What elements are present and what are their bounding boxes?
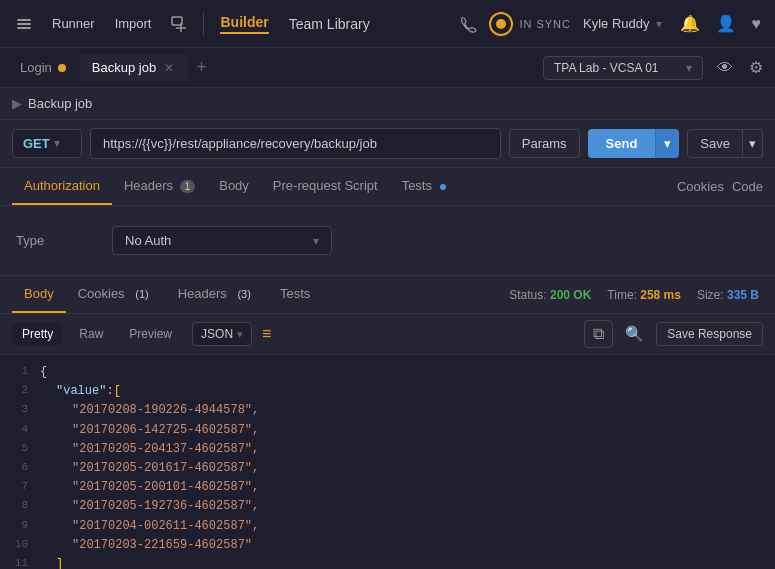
json-str-1: "20170208-190226-4944578", <box>72 401 259 420</box>
json-str-4: "20170205-201617-4602587", <box>72 459 259 478</box>
env-selected-label: TPA Lab - VCSA 01 <box>554 61 659 75</box>
tab-headers[interactable]: Headers 1 <box>112 168 207 205</box>
tab-tests-label: Tests <box>402 178 432 193</box>
format-value: JSON <box>201 327 233 341</box>
line-num-6: 6 <box>8 459 40 478</box>
user-menu[interactable]: Kyle Ruddy ▾ <box>575 12 669 35</box>
tab-login[interactable]: Login <box>8 54 78 81</box>
json-str-8: "20170203-221659-4602587" <box>72 536 252 555</box>
json-line-9: 9 "20170204-002611-4602587", <box>0 517 775 536</box>
json-line-3: 3 "20170208-190226-4944578", <box>0 401 775 420</box>
line-num-9: 9 <box>8 517 40 536</box>
tab-authorization[interactable]: Authorization <box>12 168 112 205</box>
sidebar-toggle-button[interactable] <box>8 10 40 38</box>
cookies-link[interactable]: Cookies <box>677 179 724 194</box>
auth-type-chevron-icon: ▾ <box>313 234 319 248</box>
send-dropdown-button[interactable]: ▾ <box>655 129 679 158</box>
header-actions: 👁 ⚙ <box>713 54 767 81</box>
res-tab-body[interactable]: Body <box>12 276 66 313</box>
tab-close-button[interactable]: ✕ <box>162 61 176 75</box>
sync-indicator <box>489 12 513 36</box>
response-toolbar: Pretty Raw Preview JSON ▾ ≡ ⧉ 🔍 Save Res… <box>0 314 775 355</box>
status-label: Status: 200 OK <box>509 288 591 302</box>
json-str-2: "20170206-142725-4602587", <box>72 421 259 440</box>
raw-view-button[interactable]: Raw <box>69 323 113 345</box>
res-status-area: Status: 200 OK Time: 258 ms Size: 335 B <box>322 288 763 302</box>
team-library-label[interactable]: Team Library <box>281 16 378 32</box>
notifications-button[interactable]: 🔔 <box>674 8 706 39</box>
tab-body-label: Body <box>219 178 249 193</box>
method-chevron-icon: ▾ <box>54 137 60 150</box>
pretty-view-button[interactable]: Pretty <box>12 323 63 345</box>
save-response-button[interactable]: Save Response <box>656 322 763 346</box>
save-button[interactable]: Save <box>687 129 743 158</box>
builder-button[interactable]: Builder <box>212 8 276 40</box>
line-num-3: 3 <box>8 401 40 420</box>
import-label: Import <box>115 16 152 31</box>
user-chevron-icon: ▾ <box>656 17 662 31</box>
heart-button[interactable]: ♥ <box>746 9 768 39</box>
response-tabs: Body Cookies (1) Headers (3) Tests Statu… <box>0 276 775 314</box>
res-headers-badge: (3) <box>232 287 255 301</box>
json-str-5: "20170205-200101-4602587", <box>72 478 259 497</box>
preview-view-button[interactable]: Preview <box>119 323 182 345</box>
headers-badge: 1 <box>180 180 196 193</box>
tab-add-button[interactable]: + <box>190 55 213 80</box>
auth-type-select[interactable]: No Auth ▾ <box>112 226 332 255</box>
phone-icon <box>459 15 477 33</box>
eye-button[interactable]: 👁 <box>713 55 737 81</box>
params-button[interactable]: Params <box>509 129 580 158</box>
filter-icon[interactable]: ≡ <box>258 323 275 345</box>
send-button[interactable]: Send <box>588 129 656 158</box>
svg-rect-1 <box>17 23 31 25</box>
auth-type-value: No Auth <box>125 233 171 248</box>
request-bar: GET ▾ Params Send ▾ Save ▾ <box>0 120 775 168</box>
json-line-1: 1 { <box>0 363 775 382</box>
line-num-8: 8 <box>8 497 40 516</box>
tab-pre-request[interactable]: Pre-request Script <box>261 168 390 205</box>
svg-rect-0 <box>17 19 31 21</box>
json-line-7: 7 "20170205-200101-4602587", <box>0 478 775 497</box>
phone-icon-button[interactable] <box>451 9 485 39</box>
profile-button[interactable]: 👤 <box>710 8 742 39</box>
tab-backup-label: Backup job <box>92 60 156 75</box>
json-str-6: "20170205-192736-4602587", <box>72 497 259 516</box>
send-group: Send ▾ <box>588 129 680 158</box>
runner-button[interactable]: Runner <box>44 10 103 37</box>
tab-login-dot <box>58 64 66 72</box>
json-line-6: 6 "20170205-201617-4602587", <box>0 459 775 478</box>
line-num-1: 1 <box>8 363 40 382</box>
settings-button[interactable]: ⚙ <box>745 54 767 81</box>
tab-login-label: Login <box>20 60 52 75</box>
save-dropdown-button[interactable]: ▾ <box>743 129 763 158</box>
method-value: GET <box>23 136 50 151</box>
new-tab-button[interactable] <box>163 10 195 38</box>
line-num-7: 7 <box>8 478 40 497</box>
res-cookies-badge: (1) <box>130 287 153 301</box>
res-headers-label: Headers <box>178 286 227 301</box>
json-str-3: "20170205-204137-4602587", <box>72 440 259 459</box>
code-link[interactable]: Code <box>732 179 763 194</box>
res-tab-headers[interactable]: Headers (3) <box>166 276 268 313</box>
tab-tests[interactable]: Tests <box>390 168 458 205</box>
res-cookies-label: Cookies <box>78 286 125 301</box>
method-select[interactable]: GET ▾ <box>12 129 82 158</box>
tab-backup-job[interactable]: Backup job ✕ <box>80 54 188 81</box>
request-tabs: Authorization Headers 1 Body Pre-request… <box>0 168 775 206</box>
res-tab-tests[interactable]: Tests <box>268 276 322 313</box>
search-button[interactable]: 🔍 <box>619 321 650 347</box>
json-line-2: 2 "value" : [ <box>0 382 775 401</box>
copy-button[interactable]: ⧉ <box>584 320 613 348</box>
user-name: Kyle Ruddy <box>583 16 649 31</box>
res-body-label: Body <box>24 286 54 301</box>
env-selector[interactable]: TPA Lab - VCSA 01 ▾ <box>543 56 703 80</box>
tab-body[interactable]: Body <box>207 168 261 205</box>
auth-section: Type No Auth ▾ <box>0 206 775 276</box>
import-button[interactable]: Import <box>107 10 160 37</box>
auth-row: Type No Auth ▾ <box>16 226 759 255</box>
url-input[interactable] <box>90 128 501 159</box>
json-line-10: 10 "20170203-221659-4602587" <box>0 536 775 555</box>
res-tab-cookies[interactable]: Cookies (1) <box>66 276 166 313</box>
format-select[interactable]: JSON ▾ <box>192 322 252 346</box>
tab-pre-request-label: Pre-request Script <box>273 178 378 193</box>
